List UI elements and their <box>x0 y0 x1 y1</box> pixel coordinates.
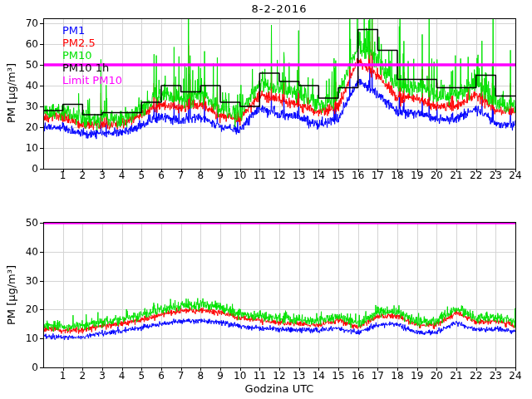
y-tick-label: 20 <box>13 304 38 315</box>
y-tick-label: 40 <box>13 81 38 91</box>
legend-item-limit-pm10: Limit PM10 <box>62 74 122 86</box>
pm-figure: 8-2-2016 PM [µg/m³] PM [µg/m³] Godzina U… <box>0 0 532 399</box>
y-tick-label: 10 <box>13 143 38 154</box>
x-tick-label: 24 <box>503 371 528 382</box>
y-tick-label: 30 <box>13 276 38 287</box>
legend-item-pm10: PM10 <box>62 49 122 62</box>
y-axis-label-bottom: PM [µg/m³] <box>5 265 17 325</box>
y-tick-label: 50 <box>13 218 38 229</box>
legend: PM1PM2.5PM10PM10 1hLimit PM10 <box>62 24 122 86</box>
y-tick-label: 0 <box>13 362 38 373</box>
x-tick-label: 24 <box>503 170 528 181</box>
y-tick-label: 30 <box>13 101 38 112</box>
figure-title: 8-2-2016 <box>43 2 515 15</box>
y-tick-label: 40 <box>13 247 38 258</box>
y-tick-label: 60 <box>13 39 38 50</box>
y-tick-label: 50 <box>13 60 38 71</box>
legend-item-pm1: PM1 <box>62 24 122 37</box>
x-axis-label: Godzina UTC <box>43 382 515 395</box>
y-tick-label: 20 <box>13 122 38 133</box>
legend-item-pm10-1h: PM10 1h <box>62 62 122 74</box>
y-axis-label-top: PM [µg/m³] <box>5 63 17 123</box>
y-tick-label: 70 <box>13 18 38 29</box>
legend-item-pm2-5: PM2.5 <box>62 37 122 49</box>
y-tick-label: 10 <box>13 333 38 344</box>
y-tick-label: 0 <box>13 164 38 175</box>
